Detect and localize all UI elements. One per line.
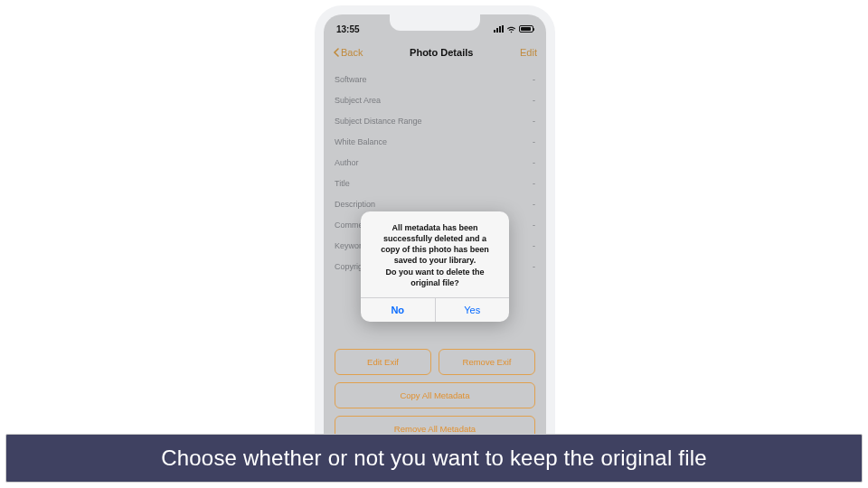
- wifi-icon: [506, 25, 516, 33]
- notch: [390, 14, 480, 31]
- battery-icon: [519, 25, 533, 33]
- alert-no-button[interactable]: No: [361, 298, 436, 322]
- phone-screen: 13:55 Back Photo Details Edit Software- …: [324, 14, 546, 468]
- caption-text: Choose whether or not you want to keep t…: [161, 446, 707, 471]
- alert-yes-button[interactable]: Yes: [436, 298, 510, 322]
- phone-frame: 13:55 Back Photo Details Edit Software- …: [315, 5, 555, 477]
- alert-message: All metadata has been successfully delet…: [361, 211, 509, 297]
- caption-bar: Choose whether or not you want to keep t…: [5, 434, 863, 483]
- alert-buttons: No Yes: [361, 297, 509, 322]
- signal-icon: [494, 25, 504, 33]
- status-icons: [494, 25, 533, 33]
- status-time: 13:55: [336, 24, 360, 34]
- alert-dialog: All metadata has been successfully delet…: [361, 211, 509, 322]
